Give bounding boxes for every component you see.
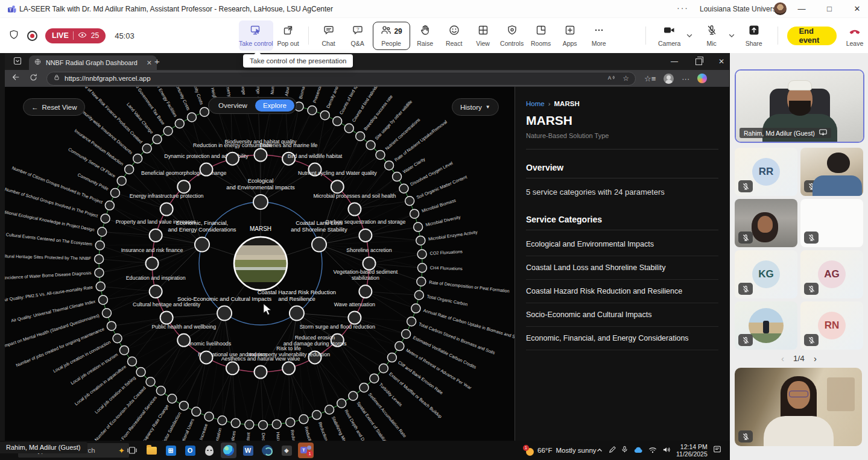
participant-tile[interactable]: RN — [800, 301, 863, 350]
parameter-node[interactable] — [331, 180, 344, 193]
outer-parameter-node[interactable] — [95, 254, 104, 263]
outer-parameter-node[interactable] — [142, 144, 151, 153]
tab-explore[interactable]: Explore — [255, 99, 294, 112]
participant-tile[interactable] — [735, 199, 797, 247]
outer-parameter-node[interactable] — [200, 107, 209, 116]
outer-parameter-node[interactable] — [416, 236, 425, 245]
category-list-item[interactable]: Coastal Hazard Risk Reduction and Resili… — [526, 280, 718, 303]
outer-parameter-node[interactable] — [175, 119, 184, 128]
category-node[interactable] — [217, 306, 232, 321]
breadcrumb-home-link[interactable]: Home — [526, 100, 545, 107]
outer-parameter-node[interactable] — [370, 374, 379, 383]
outer-parameter-node[interactable] — [179, 401, 188, 410]
outer-parameter-node[interactable] — [366, 140, 375, 150]
outer-parameter-node[interactable] — [333, 117, 342, 126]
category-node[interactable] — [195, 237, 209, 251]
outer-parameter-node[interactable] — [168, 394, 177, 403]
outer-parameter-node[interactable] — [133, 154, 142, 163]
outer-parameter-node[interactable] — [417, 277, 426, 286]
category-list-item[interactable]: Economic, Financial, and Energy Consider… — [526, 327, 718, 350]
pager-next-icon[interactable]: › — [814, 353, 817, 364]
weather-widget[interactable]: 1 66°F Mostly sunny — [524, 441, 597, 460]
onedrive-icon[interactable] — [633, 445, 643, 456]
parameter-node[interactable] — [160, 312, 173, 324]
copilot-icon[interactable] — [697, 74, 707, 83]
outer-parameter-node[interactable] — [402, 330, 411, 339]
outer-parameter-node[interactable] — [95, 241, 104, 250]
word-icon[interactable]: W — [240, 443, 256, 458]
new-tab-button[interactable]: + — [154, 56, 160, 66]
outer-parameter-node[interactable] — [107, 321, 116, 330]
url-field[interactable]: https://nnbfgraph.vercel.app A ☆ — [46, 72, 636, 86]
security-shield-icon[interactable] — [8, 29, 19, 43]
outer-parameter-node[interactable] — [259, 420, 268, 429]
category-node[interactable] — [312, 237, 326, 251]
outer-parameter-node[interactable] — [245, 420, 254, 429]
parameter-node[interactable] — [226, 362, 239, 374]
outer-parameter-node[interactable] — [417, 263, 426, 273]
parameter-node[interactable] — [255, 366, 267, 379]
volume-icon[interactable] — [662, 445, 671, 456]
parameter-node[interactable] — [200, 351, 213, 364]
participant-tile[interactable]: KG — [735, 250, 797, 298]
outer-parameter-node[interactable] — [127, 357, 136, 366]
outer-parameter-node[interactable] — [414, 222, 423, 232]
pager-prev-icon[interactable]: ‹ — [781, 353, 784, 364]
controls-button[interactable]: Controls — [498, 20, 526, 51]
parameter-node[interactable] — [177, 334, 190, 347]
mic-options-chevron-icon[interactable] — [728, 32, 735, 39]
category-list-item[interactable]: Socio-Economic and Cultural Impacts — [526, 303, 718, 327]
browser-close-button[interactable]: ✕ — [711, 53, 732, 70]
qa-button[interactable]: ?Q&A — [344, 20, 372, 51]
outer-parameter-node[interactable] — [146, 377, 155, 386]
parameter-node[interactable] — [226, 153, 239, 165]
category-list-item[interactable]: Coastal Land Loss and Shoreline Stabilit… — [526, 256, 718, 280]
outer-parameter-node[interactable] — [136, 368, 145, 377]
outer-parameter-node[interactable] — [407, 317, 416, 326]
outer-parameter-node[interactable] — [376, 150, 385, 159]
notification-center-icon[interactable] — [713, 445, 721, 456]
alienware-icon[interactable] — [201, 443, 217, 458]
outlook-icon[interactable]: O — [182, 443, 198, 458]
outer-parameter-node[interactable] — [98, 227, 107, 236]
outer-parameter-node[interactable] — [308, 106, 317, 115]
outer-parameter-node[interactable] — [337, 399, 346, 408]
outer-parameter-node[interactable] — [192, 407, 201, 416]
browser-tab[interactable]: NNBF Radial Graph Dashboard ✕ — [29, 55, 157, 70]
outer-parameter-node[interactable] — [385, 161, 394, 170]
back-icon[interactable] — [11, 72, 21, 84]
category-node[interactable] — [290, 306, 304, 321]
outer-parameter-node[interactable] — [117, 176, 126, 185]
outer-parameter-node[interactable] — [95, 268, 104, 277]
outer-parameter-node[interactable] — [286, 418, 295, 427]
outer-parameter-node[interactable] — [187, 113, 196, 122]
parameter-node[interactable] — [348, 203, 361, 216]
parameter-node[interactable] — [359, 285, 372, 298]
outer-parameter-node[interactable] — [417, 250, 426, 259]
outer-parameter-node[interactable] — [101, 214, 110, 223]
outer-parameter-node[interactable] — [379, 364, 388, 373]
refresh-icon[interactable] — [29, 73, 38, 84]
favorites-bar-icon[interactable]: ☆≡ — [644, 74, 656, 83]
tab-overview[interactable]: Overview — [211, 99, 255, 112]
outer-parameter-node[interactable] — [96, 282, 105, 291]
outer-parameter-node[interactable] — [411, 304, 420, 313]
task-view-icon[interactable] — [124, 443, 140, 458]
tab-actions-icon[interactable] — [13, 57, 22, 68]
parameter-node[interactable] — [282, 362, 295, 374]
parameter-node[interactable] — [348, 312, 361, 324]
outer-parameter-node[interactable] — [387, 353, 396, 362]
participant-tile[interactable]: RR — [735, 148, 797, 196]
outer-parameter-node[interactable] — [119, 345, 128, 354]
user-avatar[interactable] — [774, 2, 787, 15]
people-button[interactable]: 29People — [373, 22, 410, 50]
take-control-button[interactable]: Take control — [239, 20, 273, 51]
participant-tile[interactable] — [735, 301, 797, 350]
leave-button[interactable]: Leave — [841, 24, 868, 47]
outer-parameter-node[interactable] — [204, 412, 214, 421]
end-event-button[interactable]: End event — [787, 27, 837, 45]
view-button[interactable]: View — [469, 20, 497, 51]
titlebar-more-icon[interactable]: ··· — [677, 3, 689, 13]
participant-tile[interactable] — [800, 148, 863, 196]
outer-parameter-node[interactable] — [98, 295, 107, 304]
